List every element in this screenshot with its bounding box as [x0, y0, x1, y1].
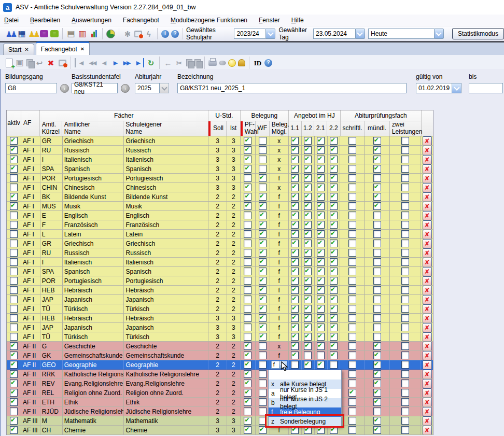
zwei-leistungen-checkbox[interactable] — [401, 305, 409, 313]
aktiv-checkbox[interactable] — [10, 407, 18, 415]
hj-checkbox[interactable] — [304, 202, 312, 210]
delete-row-button[interactable]: ✘ — [423, 304, 432, 314]
hj-checkbox[interactable] — [317, 240, 325, 247]
wf-checkbox[interactable] — [259, 221, 267, 229]
pf-wahl-checkbox[interactable] — [244, 351, 251, 359]
back-icon[interactable]: ← — [163, 58, 173, 67]
hj-checkbox[interactable] — [291, 174, 299, 182]
basisstundentafel-field[interactable]: G8/KST21 neu — [72, 83, 118, 93]
table-row[interactable]: AF IIREVEvang.ReligionslehreEvang.Religi… — [7, 379, 433, 388]
delete-row-button[interactable]: ✘ — [423, 323, 432, 332]
hj-checkbox[interactable] — [330, 212, 338, 219]
zwei-leistungen-checkbox[interactable] — [401, 296, 409, 303]
hj-checkbox[interactable] — [317, 351, 325, 359]
hj-checkbox[interactable] — [304, 258, 312, 266]
close-icon[interactable]: ✕ — [80, 46, 85, 52]
wf-checkbox[interactable] — [259, 174, 267, 182]
muendl-checkbox[interactable] — [373, 240, 381, 247]
hj-checkbox[interactable] — [291, 324, 299, 331]
pf-wahl-checkbox[interactable] — [244, 221, 251, 229]
hj-checkbox[interactable] — [317, 314, 325, 322]
hj-checkbox[interactable] — [317, 174, 325, 182]
zwei-leistungen-checkbox[interactable] — [401, 146, 409, 154]
table-row[interactable]: AF ICHINChinesischChinesisch33x✘ — [7, 183, 433, 192]
muendl-checkbox[interactable] — [373, 268, 381, 275]
hj-checkbox[interactable] — [291, 333, 299, 341]
muendl-checkbox[interactable] — [373, 146, 381, 154]
table-row[interactable]: AF IRURussischRussisch22f✘ — [7, 248, 433, 258]
wf-checkbox[interactable] — [259, 342, 267, 350]
pf-wahl-checkbox[interactable] — [244, 417, 251, 425]
table-row[interactable]: AF IGRGriechischGriechisch22f✘ — [7, 239, 433, 248]
abiturjahr-combobox[interactable]: 2025 — [135, 83, 169, 93]
delete-row-button[interactable]: ✘ — [423, 211, 432, 220]
hj-checkbox[interactable] — [317, 333, 325, 341]
muendl-checkbox[interactable] — [373, 174, 381, 182]
tag-combobox[interactable]: 23.05.2024 — [313, 29, 365, 39]
delete-row-button[interactable]: ✘ — [423, 136, 432, 146]
schriftl-checkbox[interactable] — [348, 249, 356, 257]
hj-checkbox[interactable] — [317, 342, 325, 350]
statistikmodus-button[interactable]: Statistikmodus — [452, 28, 504, 39]
delete-record-icon[interactable]: ✖ — [46, 58, 55, 67]
hj-checkbox[interactable] — [291, 156, 299, 163]
hj-checkbox[interactable] — [317, 277, 325, 285]
muendl-checkbox[interactable] — [373, 314, 381, 322]
muendl-checkbox[interactable] — [373, 249, 381, 257]
next-record-icon[interactable]: ▶ — [110, 58, 120, 67]
table-row[interactable]: AF IGRGriechischGriechisch33x✘ — [7, 136, 433, 146]
hj-checkbox[interactable] — [330, 351, 338, 359]
zwei-leistungen-checkbox[interactable] — [401, 137, 409, 145]
pf-wahl-checkbox[interactable] — [244, 258, 251, 266]
pf-wahl-checkbox[interactable] — [244, 230, 251, 238]
hj-checkbox[interactable] — [291, 221, 299, 229]
pf-wahl-checkbox[interactable] — [244, 146, 251, 154]
delete-row-button[interactable]: ✘ — [423, 239, 432, 248]
muendl-checkbox[interactable] — [373, 296, 381, 303]
menu-item-hilfe[interactable]: Hilfe — [291, 17, 304, 24]
table-row-selected[interactable]: AF IIGEOGeographieGeographie22f✘ — [7, 360, 433, 370]
hj-checkbox[interactable] — [304, 174, 312, 182]
schriftl-checkbox[interactable] — [348, 221, 356, 229]
table-row[interactable]: AF IHEBHebräischHebräisch33f✘ — [7, 314, 433, 323]
delete-row-button[interactable]: ✘ — [423, 155, 432, 164]
muendl-checkbox[interactable] — [373, 398, 381, 406]
table-row[interactable]: AF ISPASpanischSpanisch33x✘ — [7, 164, 433, 174]
hj-checkbox[interactable] — [317, 156, 325, 163]
aktiv-checkbox[interactable] — [10, 342, 18, 350]
pf-wahl-checkbox[interactable] — [244, 249, 251, 257]
pf-wahl-checkbox[interactable] — [244, 389, 251, 397]
schriftl-checkbox[interactable] — [348, 174, 356, 182]
schriftl-checkbox[interactable] — [348, 156, 356, 163]
pf-wahl-checkbox[interactable] — [244, 305, 251, 313]
bildungsgang-field[interactable]: G8 — [5, 83, 57, 93]
hj-checkbox[interactable] — [291, 342, 299, 350]
aktiv-checkbox[interactable] — [10, 333, 18, 341]
hj-checkbox[interactable] — [291, 249, 299, 257]
menu-item-bearbeiten[interactable]: Bearbeiten — [30, 17, 60, 24]
aktiv-checkbox[interactable] — [10, 314, 18, 322]
wf-checkbox[interactable] — [259, 258, 267, 266]
tab-start[interactable]: Start✕ — [3, 44, 34, 55]
zwei-leistungen-checkbox[interactable] — [401, 230, 409, 238]
chart-icon[interactable] — [106, 30, 115, 38]
prev-record-icon[interactable]: ◀ — [99, 58, 108, 67]
menu-item-modulbezogene-funktionen[interactable]: Modulbezogene Funktionen — [171, 17, 247, 24]
table-row[interactable]: AF IPORPortugiesischPortugiesisch33f✘ — [7, 174, 433, 183]
hj-checkbox[interactable] — [291, 268, 299, 275]
hj-checkbox[interactable] — [330, 342, 338, 350]
wf-checkbox[interactable] — [259, 379, 267, 387]
muendl-checkbox[interactable] — [373, 193, 381, 201]
pf-wahl-checkbox[interactable] — [244, 174, 251, 182]
close-icon[interactable]: ✕ — [24, 47, 29, 52]
hj-checkbox[interactable] — [317, 249, 325, 257]
delete-row-button[interactable]: ✘ — [423, 164, 432, 174]
aktiv-checkbox[interactable] — [10, 324, 18, 331]
schriftl-checkbox[interactable] — [348, 184, 356, 191]
hj-checkbox[interactable] — [304, 212, 312, 219]
table-row[interactable]: AF IBKBildende KunstBildende Kunst22f✘ — [7, 192, 433, 202]
delete-row-button[interactable]: ✘ — [423, 202, 432, 211]
hj-checkbox[interactable] — [317, 324, 325, 331]
hj-checkbox[interactable] — [291, 296, 299, 303]
pf-wahl-checkbox[interactable] — [244, 240, 251, 247]
